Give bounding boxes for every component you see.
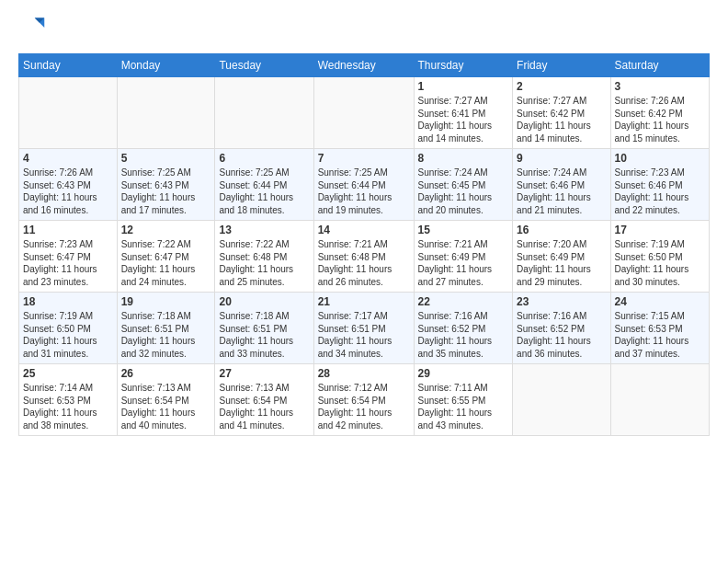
day-number: 28 [318, 367, 410, 380]
header-thursday: Thursday [414, 54, 513, 77]
week-row-0: 1Sunrise: 7:27 AMSunset: 6:41 PMDaylight… [19, 77, 710, 149]
day-number: 24 [615, 295, 705, 308]
day-number: 1 [418, 80, 509, 93]
day-cell: 21Sunrise: 7:17 AMSunset: 6:51 PMDayligh… [313, 293, 414, 364]
day-number: 14 [318, 224, 410, 236]
day-info: Sunrise: 7:24 AMSunset: 6:45 PMDaylight:… [418, 167, 509, 216]
header-sunday: Sunday [19, 54, 118, 77]
day-cell [513, 364, 610, 436]
day-info: Sunrise: 7:16 AMSunset: 6:52 PMDaylight:… [418, 310, 509, 360]
day-cell: 16Sunrise: 7:20 AMSunset: 6:49 PMDayligh… [513, 221, 610, 293]
day-cell [610, 364, 709, 436]
day-cell [215, 77, 313, 149]
day-info: Sunrise: 7:25 AMSunset: 6:43 PMDaylight:… [121, 167, 211, 216]
day-info: Sunrise: 7:16 AMSunset: 6:52 PMDaylight:… [517, 310, 606, 360]
day-cell: 23Sunrise: 7:16 AMSunset: 6:52 PMDayligh… [513, 293, 610, 364]
calendar-header-row: SundayMondayTuesdayWednesdayThursdayFrid… [19, 54, 710, 77]
day-number: 25 [23, 367, 113, 380]
day-number: 21 [318, 295, 410, 308]
day-cell: 8Sunrise: 7:24 AMSunset: 6:45 PMDaylight… [414, 149, 513, 221]
day-cell: 18Sunrise: 7:19 AMSunset: 6:50 PMDayligh… [19, 293, 118, 364]
header-saturday: Saturday [610, 54, 709, 77]
day-cell: 25Sunrise: 7:14 AMSunset: 6:53 PMDayligh… [19, 364, 118, 436]
day-number: 12 [121, 224, 211, 236]
day-info: Sunrise: 7:23 AMSunset: 6:47 PMDaylight:… [23, 238, 113, 288]
day-info: Sunrise: 7:21 AMSunset: 6:49 PMDaylight:… [418, 238, 509, 288]
day-info: Sunrise: 7:20 AMSunset: 6:49 PMDaylight:… [517, 238, 606, 288]
day-number: 6 [219, 152, 309, 165]
logo [18, 15, 46, 44]
header-friday: Friday [513, 54, 610, 77]
day-cell: 11Sunrise: 7:23 AMSunset: 6:47 PMDayligh… [19, 221, 118, 293]
day-info: Sunrise: 7:26 AMSunset: 6:42 PMDaylight:… [615, 95, 705, 144]
logo-icon [20, 15, 46, 40]
day-number: 11 [23, 224, 113, 236]
page: SundayMondayTuesdayWednesdayThursdayFrid… [0, 0, 728, 563]
day-cell: 17Sunrise: 7:19 AMSunset: 6:50 PMDayligh… [610, 221, 709, 293]
header-wednesday: Wednesday [313, 54, 414, 77]
day-number: 10 [615, 152, 705, 165]
day-cell: 4Sunrise: 7:26 AMSunset: 6:43 PMDaylight… [19, 149, 118, 221]
header [18, 15, 710, 44]
day-cell: 14Sunrise: 7:21 AMSunset: 6:48 PMDayligh… [313, 221, 414, 293]
day-number: 26 [121, 367, 211, 380]
week-row-3: 18Sunrise: 7:19 AMSunset: 6:50 PMDayligh… [19, 293, 710, 364]
day-cell [313, 77, 414, 149]
day-info: Sunrise: 7:13 AMSunset: 6:54 PMDaylight:… [121, 382, 211, 431]
day-number: 23 [517, 295, 606, 308]
day-number: 29 [418, 367, 509, 380]
day-info: Sunrise: 7:26 AMSunset: 6:43 PMDaylight:… [23, 167, 113, 216]
day-number: 17 [615, 224, 705, 236]
day-info: Sunrise: 7:15 AMSunset: 6:53 PMDaylight:… [615, 310, 705, 360]
day-number: 16 [517, 224, 606, 236]
day-cell: 5Sunrise: 7:25 AMSunset: 6:43 PMDaylight… [117, 149, 215, 221]
day-cell: 22Sunrise: 7:16 AMSunset: 6:52 PMDayligh… [414, 293, 513, 364]
day-info: Sunrise: 7:19 AMSunset: 6:50 PMDaylight:… [23, 310, 113, 360]
day-cell: 7Sunrise: 7:25 AMSunset: 6:44 PMDaylight… [313, 149, 414, 221]
day-info: Sunrise: 7:19 AMSunset: 6:50 PMDaylight:… [615, 238, 705, 288]
day-cell: 12Sunrise: 7:22 AMSunset: 6:47 PMDayligh… [117, 221, 215, 293]
day-cell: 26Sunrise: 7:13 AMSunset: 6:54 PMDayligh… [117, 364, 215, 436]
day-info: Sunrise: 7:22 AMSunset: 6:48 PMDaylight:… [219, 238, 309, 288]
day-number: 4 [23, 152, 113, 165]
day-info: Sunrise: 7:27 AMSunset: 6:42 PMDaylight:… [517, 95, 606, 144]
day-number: 20 [219, 295, 309, 308]
day-info: Sunrise: 7:24 AMSunset: 6:46 PMDaylight:… [517, 167, 606, 216]
day-number: 19 [121, 295, 211, 308]
day-info: Sunrise: 7:25 AMSunset: 6:44 PMDaylight:… [318, 167, 410, 216]
week-row-1: 4Sunrise: 7:26 AMSunset: 6:43 PMDaylight… [19, 149, 710, 221]
day-cell [117, 77, 215, 149]
day-cell: 19Sunrise: 7:18 AMSunset: 6:51 PMDayligh… [117, 293, 215, 364]
day-info: Sunrise: 7:18 AMSunset: 6:51 PMDaylight:… [121, 310, 211, 360]
day-cell: 29Sunrise: 7:11 AMSunset: 6:55 PMDayligh… [414, 364, 513, 436]
day-info: Sunrise: 7:13 AMSunset: 6:54 PMDaylight:… [219, 382, 309, 431]
day-info: Sunrise: 7:25 AMSunset: 6:44 PMDaylight:… [219, 167, 309, 216]
calendar: SundayMondayTuesdayWednesdayThursdayFrid… [18, 53, 710, 436]
day-number: 5 [121, 152, 211, 165]
day-cell: 3Sunrise: 7:26 AMSunset: 6:42 PMDaylight… [610, 77, 709, 149]
day-cell: 6Sunrise: 7:25 AMSunset: 6:44 PMDaylight… [215, 149, 313, 221]
day-cell: 15Sunrise: 7:21 AMSunset: 6:49 PMDayligh… [414, 221, 513, 293]
week-row-2: 11Sunrise: 7:23 AMSunset: 6:47 PMDayligh… [19, 221, 710, 293]
day-number: 8 [418, 152, 509, 165]
day-info: Sunrise: 7:12 AMSunset: 6:54 PMDaylight:… [318, 382, 410, 431]
day-cell: 24Sunrise: 7:15 AMSunset: 6:53 PMDayligh… [610, 293, 709, 364]
day-info: Sunrise: 7:27 AMSunset: 6:41 PMDaylight:… [418, 95, 509, 144]
day-number: 9 [517, 152, 606, 165]
day-cell: 1Sunrise: 7:27 AMSunset: 6:41 PMDaylight… [414, 77, 513, 149]
day-number: 3 [615, 80, 705, 93]
day-number: 15 [418, 224, 509, 236]
day-info: Sunrise: 7:23 AMSunset: 6:46 PMDaylight:… [615, 167, 705, 216]
day-info: Sunrise: 7:11 AMSunset: 6:55 PMDaylight:… [418, 382, 509, 431]
day-info: Sunrise: 7:22 AMSunset: 6:47 PMDaylight:… [121, 238, 211, 288]
day-cell: 9Sunrise: 7:24 AMSunset: 6:46 PMDaylight… [513, 149, 610, 221]
day-cell: 13Sunrise: 7:22 AMSunset: 6:48 PMDayligh… [215, 221, 313, 293]
day-number: 22 [418, 295, 509, 308]
day-number: 18 [23, 295, 113, 308]
day-number: 7 [318, 152, 410, 165]
day-number: 2 [517, 80, 606, 93]
day-number: 13 [219, 224, 309, 236]
day-info: Sunrise: 7:17 AMSunset: 6:51 PMDaylight:… [318, 310, 410, 360]
header-monday: Monday [117, 54, 215, 77]
day-info: Sunrise: 7:21 AMSunset: 6:48 PMDaylight:… [318, 238, 410, 288]
